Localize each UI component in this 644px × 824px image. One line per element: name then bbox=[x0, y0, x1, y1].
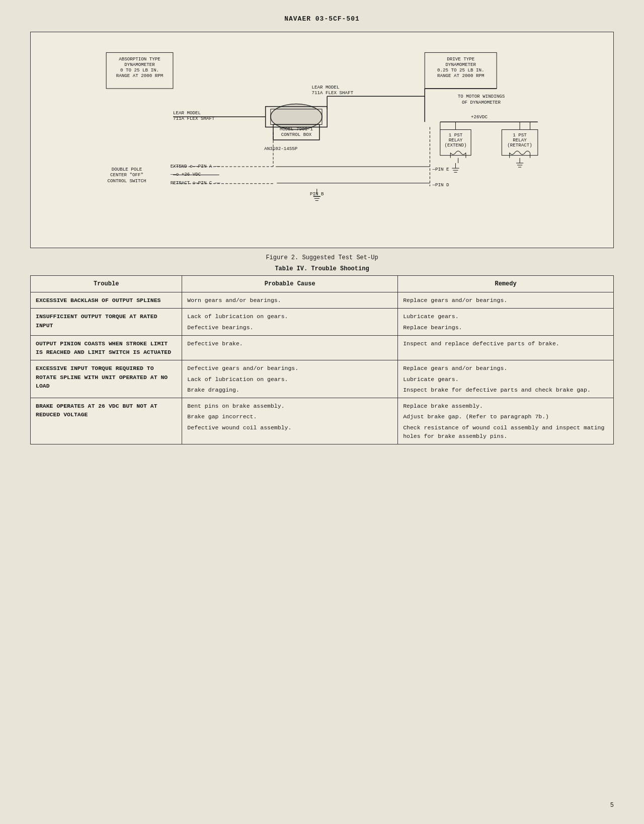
diagram-box: ABSORPTION TYPE DYNAMOMETER 0 TO 25 LB I… bbox=[30, 32, 614, 248]
svg-text:RANGE AT 2000 RPM: RANGE AT 2000 RPM bbox=[116, 73, 164, 79]
svg-text:—PIN D: —PIN D bbox=[432, 182, 450, 188]
trouble-cell: OUTPUT PINION COASTS WHEN STROKE LIMIT I… bbox=[31, 335, 182, 360]
svg-text:DRIVE TYPE: DRIVE TYPE bbox=[447, 56, 475, 62]
figure-caption: Figure 2. Suggested Test Set-Up bbox=[30, 254, 614, 261]
svg-text:0.25 TO 25 LB IN.: 0.25 TO 25 LB IN. bbox=[437, 67, 485, 73]
remedy-cell: Inspect and replace defective parts of b… bbox=[398, 335, 614, 360]
cause-cell: Bent pins on brake assembly. Brake gap i… bbox=[182, 398, 398, 444]
page-header: NAVAER 03-5CF-501 bbox=[30, 15, 614, 23]
trouble-cell: BRAKE OPERATES AT 26 VDC BUT NOT AT REDU… bbox=[31, 398, 182, 444]
cause-cell: Defective brake. bbox=[182, 335, 398, 360]
svg-text:CENTER "OFF": CENTER "OFF" bbox=[110, 172, 143, 178]
trouble-cell: EXCESSIVE BACKLASH OF OUTPUT SPLINES bbox=[31, 292, 182, 309]
remedy-cell: Replace gears and/or bearings. Lubricate… bbox=[398, 360, 614, 398]
svg-text:0 TO 25 LB IN.: 0 TO 25 LB IN. bbox=[120, 67, 159, 73]
remedy-cell: Replace brake assembly. Adjust brake gap… bbox=[398, 398, 614, 444]
svg-text:ABSORPTION TYPE: ABSORPTION TYPE bbox=[119, 56, 160, 62]
svg-text:—PIN E: —PIN E bbox=[432, 167, 450, 172]
trouble-shooting-table: Trouble Probable Cause Remedy EXCESSIVE … bbox=[30, 275, 614, 444]
cause-cell: Lack of lubrication on gears. Defective … bbox=[182, 309, 398, 336]
svg-text:711A FLEX SHAFT: 711A FLEX SHAFT bbox=[312, 90, 354, 96]
svg-text:+26VDC: +26VDC bbox=[471, 114, 488, 120]
svg-text:RETRACT o—PIN C ——: RETRACT o—PIN C —— bbox=[171, 180, 221, 186]
svg-text:TO MOTOR WINDINGS: TO MOTOR WINDINGS bbox=[458, 94, 505, 99]
table-row: BRAKE OPERATES AT 26 VDC BUT NOT AT REDU… bbox=[31, 398, 614, 444]
cause-cell: Defective gears and/or bearings. Lack of… bbox=[182, 360, 398, 398]
table-row: EXCESSIVE INPUT TORQUE REQUIRED TO ROTAT… bbox=[31, 360, 614, 398]
col-header-remedy: Remedy bbox=[398, 276, 614, 292]
remedy-cell: Lubricate gears. Replace bearings. bbox=[398, 309, 614, 336]
svg-text:——o +26 VDC: ——o +26 VDC bbox=[170, 172, 201, 177]
table-row: INSUFFICIENT OUTPUT TORQUE AT RATED INPU… bbox=[31, 309, 614, 336]
col-header-cause: Probable Cause bbox=[182, 276, 398, 292]
svg-text:DOUBLE POLE: DOUBLE POLE bbox=[112, 167, 142, 172]
svg-text:OF DYNAMOMETER: OF DYNAMOMETER bbox=[462, 100, 501, 105]
svg-text:LEAR MODEL: LEAR MODEL bbox=[173, 110, 201, 116]
cause-cell: Worn gears and/or bearings. bbox=[182, 292, 398, 309]
table-row: OUTPUT PINION COASTS WHEN STROKE LIMIT I… bbox=[31, 335, 614, 360]
svg-text:DYNAMOMETER: DYNAMOMETER bbox=[124, 62, 155, 67]
svg-text:(EXTEND): (EXTEND) bbox=[444, 142, 466, 148]
table-caption: Table IV. Trouble Shooting bbox=[30, 265, 614, 272]
col-header-trouble: Trouble bbox=[31, 276, 182, 292]
svg-text:LEAR MODEL: LEAR MODEL bbox=[312, 85, 340, 90]
trouble-cell: INSUFFICIENT OUTPUT TORQUE AT RATED INPU… bbox=[31, 309, 182, 336]
svg-text:AN3102-14S5P: AN3102-14S5P bbox=[264, 146, 298, 152]
svg-text:CONTROL BOX: CONTROL BOX bbox=[281, 132, 312, 137]
remedy-cell: Replace gears and/or bearings. bbox=[398, 292, 614, 309]
svg-text:(RETRACT): (RETRACT) bbox=[507, 142, 532, 148]
svg-text:MODEL 790G-1: MODEL 790G-1 bbox=[280, 126, 313, 132]
svg-text:DYNAMOMETER: DYNAMOMETER bbox=[445, 62, 476, 67]
trouble-cell: EXCESSIVE INPUT TORQUE REQUIRED TO ROTAT… bbox=[31, 360, 182, 398]
svg-text:CONTROL SWITCH: CONTROL SWITCH bbox=[107, 178, 146, 184]
svg-text:RANGE AT 2000 RPM: RANGE AT 2000 RPM bbox=[437, 73, 485, 79]
page-number: 5 bbox=[610, 802, 614, 809]
table-row: EXCESSIVE BACKLASH OF OUTPUT SPLINES Wor… bbox=[31, 292, 614, 309]
